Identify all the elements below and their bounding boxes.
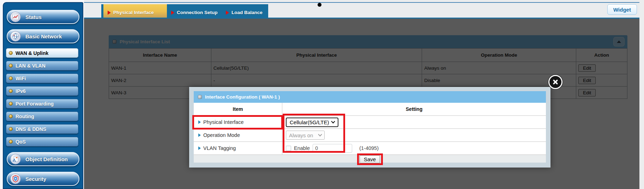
tab-arrow-icon [108, 11, 111, 15]
sidebar-item-routing[interactable]: Routing [6, 112, 78, 121]
interface-configuration-modal: Interface Configuration ( WAN-1 ) Item S… [189, 87, 550, 168]
bullet-icon [9, 64, 13, 68]
bullet-icon [9, 89, 13, 93]
selected-value: Always on [289, 132, 313, 138]
bullet-icon [9, 76, 13, 80]
tab-connection-setup[interactable]: Connection Setup [167, 4, 222, 18]
tab-load-balance[interactable]: Load Balance [222, 4, 268, 18]
object-definition-icon [10, 154, 21, 164]
sidebar-item-basic-network[interactable]: Basic Network [7, 29, 79, 43]
sidebar-item-label: DNS & DDNS [16, 126, 46, 132]
tab-label: Connection Setup [177, 10, 218, 15]
sidebar-item-label: Object Definition [25, 156, 68, 162]
bullet-icon [9, 51, 13, 55]
item-label: Physical Interface [203, 119, 243, 125]
col-item: Item [194, 103, 282, 115]
sidebar-item-port-forwarding[interactable]: Port Forwarding [6, 99, 78, 108]
sidebar-item-object-definition[interactable]: Object Definition [7, 152, 79, 166]
sidebar-item-label: WAN & Uplink [16, 50, 48, 56]
row-physical-interface: Physical Interface Cellular(5G/LTE) [194, 116, 546, 129]
sidebar-item-label: Routing [16, 114, 34, 119]
item-arrow-icon [198, 133, 201, 137]
close-icon[interactable] [548, 75, 562, 89]
selected-value: Cellular(5G/LTE) [290, 119, 329, 125]
modal-square-icon [198, 95, 202, 99]
vlan-enable-checkbox[interactable] [286, 146, 291, 151]
row-vlan-tagging: VLAN Tagging Enable (1-4095) [194, 142, 546, 155]
sidebar-item-wifi[interactable]: WiFi [6, 74, 78, 83]
chevron-down-icon [331, 119, 335, 123]
sidebar-item-label: Status [25, 14, 42, 20]
chevron-down-icon [318, 132, 322, 136]
tab-label: Physical Interface [113, 10, 154, 15]
tab-physical-interface[interactable]: Physical Interface [103, 4, 167, 18]
bullet-icon [9, 114, 13, 118]
tab-arrow-icon [171, 11, 174, 15]
save-button[interactable]: Save [360, 155, 380, 163]
vlan-range-hint: (1-4095) [359, 145, 379, 151]
sidebar-item-qos[interactable]: QoS [6, 137, 78, 146]
vlan-id-input[interactable] [313, 144, 352, 153]
tab-strip: Physical Interface Connection Setup Load… [101, 4, 268, 18]
item-label: Operation Mode [203, 132, 240, 138]
sidebar-item-security[interactable]: Security [7, 172, 79, 186]
bullet-icon [9, 102, 13, 106]
col-setting: Setting [282, 103, 546, 115]
modal-table-header: Item Setting [194, 103, 546, 116]
row-operation-mode: Operation Mode Always on [194, 129, 546, 142]
tab-label: Load Balance [231, 10, 263, 15]
sidebar-item-wan-uplink[interactable]: WAN & Uplink [6, 48, 78, 58]
sidebar-item-label: WiFi [16, 76, 26, 81]
security-shield-icon [10, 174, 21, 184]
sidebar-item-label: LAN & VLAN [16, 63, 46, 69]
modal-inner: Interface Configuration ( WAN-1 ) Item S… [194, 91, 546, 163]
sidebar-item-ipv6[interactable]: IPv6 [6, 86, 78, 96]
sidebar-item-dns-ddns[interactable]: DNS & DDNS [6, 124, 78, 134]
sidebar: Status Basic Network WAN & Uplink LAN & … [0, 0, 84, 189]
sidebar-panel: Status Basic Network WAN & Uplink LAN & … [3, 2, 83, 189]
sidebar-item-label: QoS [16, 139, 26, 145]
top-frame-line [84, 2, 639, 3]
item-arrow-icon [198, 120, 201, 124]
modal-header: Interface Configuration ( WAN-1 ) [194, 91, 546, 103]
item-label: VLAN Tagging [203, 145, 236, 151]
bullet-icon [9, 127, 13, 131]
top-bar: Physical Interface Connection Setup Load… [84, 0, 639, 19]
sidebar-item-lan-vlan[interactable]: LAN & VLAN [6, 61, 78, 70]
sidebar-item-label: Port Forwarding [16, 101, 54, 107]
router-admin-page: Status Basic Network WAN & Uplink LAN & … [0, 0, 644, 189]
item-arrow-icon [198, 146, 201, 150]
modal-footer: Save [194, 155, 546, 163]
modal-title: Interface Configuration ( WAN-1 ) [205, 94, 280, 100]
sidebar-item-label: IPv6 [16, 88, 26, 94]
operation-mode-select: Always on [286, 131, 325, 140]
status-chart-icon [10, 12, 21, 22]
sidebar-item-label: Security [25, 176, 46, 182]
widget-button[interactable]: Widget [607, 4, 637, 15]
physical-interface-select[interactable]: Cellular(5G/LTE) [286, 118, 338, 127]
sidebar-item-status[interactable]: Status [7, 10, 79, 24]
vlan-enable-label: Enable [294, 145, 310, 151]
sidebar-item-label: Basic Network [25, 33, 62, 39]
tab-arrow-icon [226, 11, 229, 15]
annotation-dot [318, 3, 321, 7]
network-globe-icon [10, 31, 21, 42]
bullet-icon [9, 140, 13, 144]
